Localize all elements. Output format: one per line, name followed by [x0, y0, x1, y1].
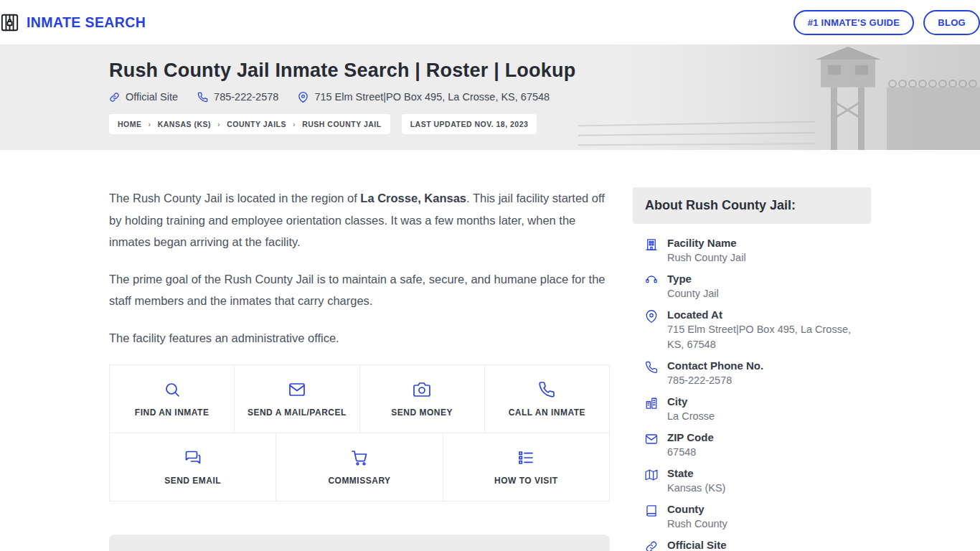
article-column: The Rush County Jail is located in the r…	[109, 187, 610, 551]
about-item-value: County Jail	[667, 286, 719, 301]
tile-label: HOW TO VISIT	[494, 476, 557, 486]
brand-logo[interactable]: INMATE SEARCH	[0, 13, 146, 32]
phone-icon	[645, 361, 658, 374]
about-item-official-site: Official Site	[645, 539, 870, 551]
phone-icon	[538, 381, 555, 398]
address: 715 Elm Street|PO Box 495, La Crosse, KS…	[298, 91, 550, 103]
next-section-partial	[109, 534, 610, 551]
breadcrumb: HOME KANSAS (KS) COUNTY JAILS RUSH COUNT…	[109, 114, 390, 134]
about-item-label: Located At	[667, 309, 870, 321]
mail-icon	[288, 381, 306, 398]
about-item-label: County	[667, 503, 727, 515]
brand-name: INMATE SEARCH	[27, 14, 146, 31]
mail-icon	[645, 433, 658, 446]
phone-icon	[197, 92, 208, 103]
send-mail-parcel-button[interactable]: SEND A MAIL/PARCEL	[234, 364, 359, 433]
list-icon	[517, 449, 534, 466]
link-icon	[645, 540, 658, 551]
about-item-label: Facility Name	[667, 237, 746, 249]
page: INMATE SEARCH #1 INMATE'S GUIDE BLOG	[0, 0, 980, 551]
inmates-guide-button[interactable]: #1 INMATE'S GUIDE	[793, 10, 915, 35]
phone-number: 785-222-2578	[214, 91, 278, 103]
about-item-value: 785-222-2578	[667, 373, 763, 388]
about-item-label: State	[667, 467, 725, 479]
breadcrumb-county-jails[interactable]: COUNTY JAILS	[217, 120, 286, 128]
building-icon	[645, 238, 658, 251]
pin-icon	[298, 92, 308, 103]
about-item-zip-code: ZIP Code 67548	[645, 431, 870, 460]
about-item-state: State Kansas (KS)	[645, 467, 870, 496]
address-text: 715 Elm Street|PO Box 495, La Crosse, KS…	[314, 91, 550, 103]
paragraph-1-text: The Rush County Jail is located in the r…	[109, 192, 360, 204]
about-card: About Rush County Jail: Facility Name Ru…	[633, 187, 871, 551]
tile-label: SEND MONEY	[391, 408, 453, 418]
tile-label: CALL AN INMATE	[509, 408, 585, 418]
tile-row-1: FIND AN INMATE SEND A MAIL/PARCEL SEND M…	[109, 364, 610, 433]
top-header: INMATE SEARCH #1 INMATE'S GUIDE BLOG	[0, 0, 980, 44]
jail-icon	[0, 13, 19, 32]
about-item-label: Official Site	[667, 539, 727, 551]
main-content: The Rush County Jail is located in the r…	[109, 150, 871, 551]
about-item-value: 715 Elm Street|PO Box 495, La Crosse, KS…	[667, 322, 870, 352]
how-to-visit-button[interactable]: HOW TO VISIT	[443, 433, 610, 501]
book-icon	[645, 504, 658, 517]
commissary-button[interactable]: COMMISSARY	[275, 433, 443, 501]
blog-button[interactable]: BLOG	[923, 10, 980, 35]
about-item-value: La Crosse	[667, 409, 715, 424]
pin-icon	[645, 310, 658, 323]
tile-label: SEND A MAIL/PARCEL	[248, 408, 347, 418]
tile-label: SEND EMAIL	[164, 476, 221, 486]
send-email-button[interactable]: SEND EMAIL	[109, 433, 276, 501]
send-money-button[interactable]: SEND MONEY	[359, 364, 485, 433]
tile-label: FIND AN INMATE	[135, 408, 209, 418]
city-icon	[645, 397, 658, 410]
about-item-county: County Rush County	[645, 503, 870, 532]
link-icon	[109, 92, 120, 103]
tile-label: COMMISSARY	[328, 476, 390, 486]
last-updated-badge: LAST UPDATED NOV. 18, 2023	[402, 114, 537, 134]
cart-icon	[351, 449, 368, 466]
breadcrumb-row: HOME KANSAS (KS) COUNTY JAILS RUSH COUNT…	[109, 114, 871, 134]
handset-icon	[645, 274, 658, 287]
map-icon	[645, 468, 658, 481]
page-title: Rush County Jail Inmate Search | Roster …	[109, 60, 871, 82]
action-tiles: FIND AN INMATE SEND A MAIL/PARCEL SEND M…	[109, 364, 610, 501]
breadcrumb-kansas[interactable]: KANSAS (KS)	[149, 120, 212, 128]
find-an-inmate-button[interactable]: FIND AN INMATE	[109, 364, 235, 433]
tile-row-2: SEND EMAIL COMMISSARY HOW TO VISIT	[109, 433, 610, 501]
official-site-label: Official Site	[126, 91, 178, 103]
about-item-contact-phone: Contact Phone No. 785-222-2578	[645, 359, 870, 388]
about-item-value: Rush County Jail	[667, 250, 746, 265]
about-item-value: Rush County	[667, 517, 727, 532]
breadcrumb-current: RUSH COUNTY JAIL	[293, 120, 382, 128]
chat-icon	[184, 449, 202, 466]
about-item-label: Contact Phone No.	[667, 359, 763, 372]
about-card-title: About Rush County Jail:	[633, 187, 871, 224]
about-item-located-at: Located At 715 Elm Street|PO Box 495, La…	[645, 309, 870, 352]
about-item-facility-name: Facility Name Rush County Jail	[645, 237, 870, 265]
phone-link[interactable]: 785-222-2578	[197, 91, 278, 103]
breadcrumb-home[interactable]: HOME	[118, 120, 142, 128]
about-item-label: Type	[667, 273, 719, 285]
camera-icon	[413, 381, 430, 398]
hero-section: Rush County Jail Inmate Search | Roster …	[0, 44, 980, 150]
header-actions: #1 INMATE'S GUIDE BLOG	[793, 10, 980, 35]
paragraph-1: The Rush County Jail is located in the r…	[109, 187, 610, 253]
paragraph-2: The prime goal of the Rush County Jail i…	[109, 268, 610, 312]
search-icon	[164, 381, 181, 398]
about-list: Facility Name Rush County Jail Type Coun…	[633, 224, 871, 551]
about-item-value: Kansas (KS)	[667, 481, 725, 496]
official-site-link[interactable]: Official Site	[109, 91, 178, 103]
paragraph-3: The facility features an administrative …	[109, 327, 610, 349]
about-item-type: Type County Jail	[645, 273, 870, 301]
hero-meta: Official Site 785-222-2578 715 Elm Stree…	[109, 91, 871, 103]
paragraph-1-bold: La Crosse, Kansas	[360, 192, 466, 204]
about-item-value: 67548	[667, 445, 714, 460]
about-item-label: ZIP Code	[667, 431, 714, 443]
call-an-inmate-button[interactable]: CALL AN INMATE	[484, 364, 610, 433]
about-item-label: City	[667, 395, 715, 408]
about-item-city: City La Crosse	[645, 395, 870, 424]
